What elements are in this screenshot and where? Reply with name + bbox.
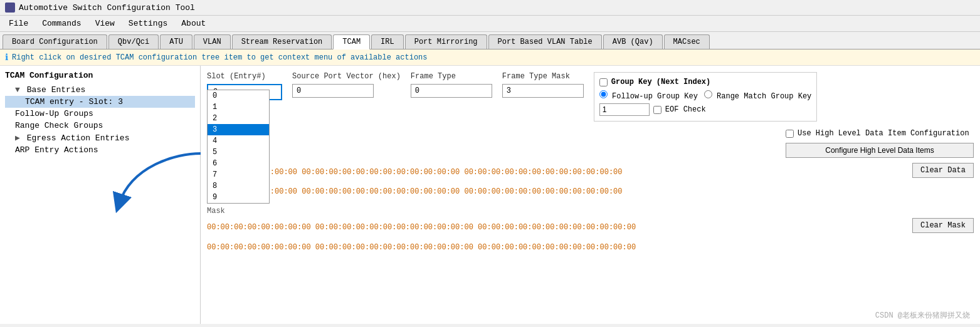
tree-item-egress-action-entries[interactable]: ▶ Egress Action Entries bbox=[5, 132, 195, 144]
clear-data-btn[interactable]: Clear Data bbox=[912, 163, 974, 178]
info-bar: ℹ Right click on desired TCAM configurat… bbox=[0, 49, 980, 66]
sidebar: TCAM Configuration ▼ Base Entries TCAM e… bbox=[0, 66, 201, 324]
followup-radio-label[interactable]: Follow-up Group Key bbox=[599, 90, 698, 101]
use-high-level-label: Use High Level Data Item Configuration bbox=[798, 129, 969, 138]
expand-icon-egress: ▶ bbox=[15, 133, 20, 143]
frame-type-label: Frame Type bbox=[411, 72, 492, 81]
tree-label-base-entries: Base Entries bbox=[27, 85, 86, 95]
tab-avb-qav[interactable]: AVB (Qav) bbox=[603, 34, 663, 49]
menu-bar: File Commands View Settings About bbox=[0, 16, 980, 32]
title-bar: Automotive Switch Configuration Tool bbox=[0, 0, 980, 16]
data-row-1: 00:00:00:00:00:00:00 00:00:00:00:00:00:0… bbox=[207, 163, 902, 182]
slot-label: Slot (Entry#) bbox=[207, 72, 282, 81]
sidebar-title: TCAM Configuration bbox=[5, 71, 195, 80]
tree-item-range-check-groups[interactable]: Range Check Groups bbox=[5, 120, 195, 132]
source-port-vector-input[interactable] bbox=[292, 84, 374, 98]
arrow-annotation bbox=[113, 147, 213, 225]
slot-option-6[interactable]: 6 bbox=[208, 158, 269, 169]
main-content: TCAM Configuration ▼ Base Entries TCAM e… bbox=[0, 66, 980, 324]
slot-option-7[interactable]: 7 bbox=[208, 169, 269, 180]
frame-type-input[interactable] bbox=[411, 84, 492, 98]
data-section-data: 00:00:00:00:00:00:00 00:00:00:00:00:00:0… bbox=[207, 163, 902, 202]
high-level-section: Use High Level Data Item Configuration C… bbox=[786, 129, 974, 158]
tab-board-configuration[interactable]: Board Configuration bbox=[3, 34, 107, 49]
frame-type-mask-group: Frame Type Mask bbox=[502, 72, 584, 98]
tab-stream-reservation[interactable]: Stream Reservation bbox=[232, 34, 332, 49]
mask-section: Mask 00:00:00:00:00:00:00:00 00:00:00:00… bbox=[207, 207, 974, 257]
watermark: CSDN @老板来份猪脚拼又烧 bbox=[875, 310, 970, 321]
slot-option-5[interactable]: 5 bbox=[208, 147, 269, 158]
group-key-checkbox[interactable] bbox=[599, 78, 608, 86]
tab-qbv-qci[interactable]: Qbv/Qci bbox=[108, 34, 159, 49]
slot-option-9[interactable]: 9 bbox=[208, 192, 269, 203]
group-key-value-input[interactable] bbox=[599, 103, 650, 116]
clear-mask-btn[interactable]: Clear Mask bbox=[912, 218, 974, 233]
menu-about[interactable]: About bbox=[175, 17, 212, 30]
data-row-2: 00:00:00:00:00:00:00 00:00:00:00:00:00:0… bbox=[207, 182, 902, 202]
frame-type-group: Frame Type bbox=[411, 72, 492, 98]
app-title: Automotive Switch Configuration Tool bbox=[19, 3, 195, 13]
info-icon: ℹ bbox=[5, 52, 8, 63]
slot-option-3[interactable]: 3 bbox=[208, 124, 269, 135]
mask-label: Mask bbox=[207, 207, 974, 215]
mask-section-row: 00:00:00:00:00:00:00:00 00:00:00:00:00:0… bbox=[207, 218, 974, 257]
eof-row: EOF Check bbox=[599, 103, 811, 116]
slot-field-group: Slot (Entry#) 3 ▼ 0 1 2 3 4 5 6 7 8 9 bbox=[207, 72, 282, 100]
menu-settings[interactable]: Settings bbox=[122, 17, 174, 30]
mask-section-actions: Clear Mask bbox=[912, 218, 974, 233]
menu-commands[interactable]: Commands bbox=[36, 17, 87, 30]
group-key-title: Group Key (Next Index) bbox=[599, 78, 811, 86]
tree-label-tcam-entry: TCAM entry - Slot: 3 bbox=[25, 97, 123, 106]
followup-radio-text: Follow-up Group Key bbox=[612, 92, 698, 101]
slot-dropdown-list[interactable]: 0 1 2 3 4 5 6 7 8 9 bbox=[207, 90, 270, 204]
range-match-radio-label[interactable]: Range Match Group Key bbox=[704, 90, 811, 101]
high-level-row: Use High Level Data Item Configuration C… bbox=[207, 129, 974, 158]
tree-item-followup-groups[interactable]: Follow-Up Groups bbox=[5, 108, 195, 120]
tree-item-arp-entry-actions[interactable]: ARP Entry Actions bbox=[5, 144, 195, 156]
expand-icon: ▼ bbox=[15, 85, 20, 95]
menu-view[interactable]: View bbox=[89, 17, 121, 30]
range-match-radio[interactable] bbox=[704, 90, 712, 98]
mask-row-2: 00:00:00:00:00:00:00:00 00:00:00:00:00:0… bbox=[207, 238, 902, 257]
tab-irl[interactable]: IRL bbox=[371, 34, 404, 49]
tree-item-base-entries[interactable]: ▼ Base Entries bbox=[5, 84, 195, 96]
group-key-label: Group Key (Next Index) bbox=[611, 78, 710, 86]
mask-row-1: 00:00:00:00:00:00:00:00 00:00:00:00:00:0… bbox=[207, 218, 902, 237]
tab-port-mirroring[interactable]: Port Mirroring bbox=[405, 34, 487, 49]
frame-type-mask-input[interactable] bbox=[502, 84, 584, 98]
top-form-row: Slot (Entry#) 3 ▼ 0 1 2 3 4 5 6 7 8 9 bbox=[207, 72, 974, 122]
info-message: Right click on desired TCAM configuratio… bbox=[12, 53, 428, 62]
eof-check-label: EOF Check bbox=[665, 105, 706, 114]
app-icon bbox=[5, 3, 15, 13]
use-high-level-group: Use High Level Data Item Configuration bbox=[786, 129, 974, 138]
slot-option-0[interactable]: 0 bbox=[208, 90, 269, 101]
tree-item-tcam-entry[interactable]: TCAM entry - Slot: 3 bbox=[5, 96, 195, 108]
tree-label-egress-action-entries: Egress Action Entries bbox=[27, 133, 130, 143]
tree-label-range-check-groups: Range Check Groups bbox=[15, 121, 103, 130]
tab-vlan[interactable]: VLAN bbox=[194, 34, 231, 49]
tab-tcam[interactable]: TCAM bbox=[333, 34, 370, 49]
followup-radio[interactable] bbox=[599, 90, 608, 98]
slot-option-8[interactable]: 8 bbox=[208, 180, 269, 192]
tab-port-based-vlan[interactable]: Port Based VLAN Table bbox=[488, 34, 602, 49]
source-port-vector-group: Source Port Vector (hex) bbox=[292, 72, 401, 98]
configure-high-level-btn[interactable]: Configure High Level Data Items bbox=[786, 143, 974, 158]
slot-option-2[interactable]: 2 bbox=[208, 113, 269, 124]
range-match-radio-text: Range Match Group Key bbox=[717, 92, 811, 101]
tree-label-followup-groups: Follow-Up Groups bbox=[15, 109, 93, 118]
right-panel: Slot (Entry#) 3 ▼ 0 1 2 3 4 5 6 7 8 9 bbox=[201, 66, 980, 324]
slot-option-4[interactable]: 4 bbox=[208, 135, 269, 147]
tab-atu[interactable]: ATU bbox=[160, 34, 192, 49]
tab-bar: Board Configuration Qbv/Qci ATU VLAN Str… bbox=[0, 32, 980, 49]
group-key-section: Group Key (Next Index) Follow-up Group K… bbox=[594, 72, 817, 122]
frame-type-mask-label: Frame Type Mask bbox=[502, 72, 584, 81]
source-port-vector-label: Source Port Vector (hex) bbox=[292, 72, 401, 81]
mask-section-data: 00:00:00:00:00:00:00:00 00:00:00:00:00:0… bbox=[207, 218, 902, 257]
data-section-row: 00:00:00:00:00:00:00 00:00:00:00:00:00:0… bbox=[207, 163, 974, 202]
slot-option-1[interactable]: 1 bbox=[208, 101, 269, 113]
use-high-level-checkbox[interactable] bbox=[786, 130, 794, 138]
tree-label-arp-entry-actions: ARP Entry Actions bbox=[15, 145, 98, 155]
eof-check-checkbox[interactable] bbox=[653, 106, 661, 114]
tab-macsec[interactable]: MACsec bbox=[664, 34, 710, 49]
menu-file[interactable]: File bbox=[3, 17, 34, 30]
